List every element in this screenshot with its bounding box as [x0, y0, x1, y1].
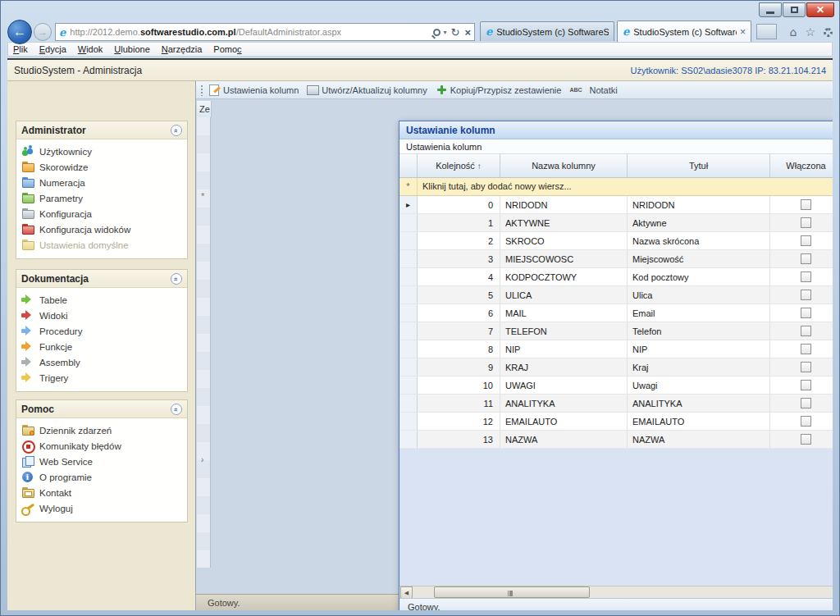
collapse-chevron-icon[interactable]: » [171, 404, 182, 415]
cell-column-name: KODPOCZTOWY [500, 268, 628, 285]
close-window-button[interactable]: ✕ [806, 2, 834, 17]
favorites-star-icon[interactable]: ☆ [805, 25, 815, 39]
sidebar-section-header[interactable]: Pomoc» [16, 400, 187, 418]
sidebar-item-trigery[interactable]: Trigery [21, 370, 184, 386]
grid-new-row[interactable]: * Kliknij tutaj, aby dodać nowy wiersz..… [399, 178, 833, 196]
browser-tab-active[interactable]: e StudioSystem (c) Software... × [617, 21, 751, 42]
enabled-checkbox[interactable] [801, 199, 811, 210]
table-row[interactable]: 13NAZWANAZWA [399, 431, 833, 449]
refresh-icon[interactable]: ↻ [451, 26, 460, 39]
tab-close-icon[interactable]: × [740, 26, 746, 38]
enabled-checkbox[interactable] [801, 344, 811, 354]
table-row[interactable]: 4KODPOCZTOWYKod pocztowy [399, 268, 833, 286]
table-row[interactable]: 2SKROCONazwa skrócona [399, 232, 833, 250]
enabled-checkbox[interactable] [801, 398, 811, 408]
column-header-indicator[interactable] [399, 154, 418, 178]
sidebar-item-ustawienia-domyślne[interactable]: Ustawienia domyślne [21, 237, 184, 253]
horizontal-scrollbar[interactable]: ◀ ▶ [399, 586, 833, 598]
chevron-down-icon[interactable]: ▾ [443, 29, 446, 36]
sidebar-item-tabele[interactable]: Tabele [21, 292, 184, 308]
table-row[interactable]: 6MAILEmail [399, 304, 833, 322]
cell-enabled [770, 340, 833, 358]
enabled-checkbox[interactable] [801, 380, 811, 390]
columns-grid: Kolejność↑Nazwa kolumnyTytułWłączonaWido… [399, 154, 833, 598]
table-row[interactable]: 5ULICAUlica [399, 286, 833, 304]
horizontal-scroll-thumb[interactable] [434, 586, 590, 598]
table-row[interactable]: ▸0NRIDODNNRIDODN [399, 196, 833, 214]
sidebar-item-procedury[interactable]: Procedury [21, 323, 184, 339]
column-header-kolejność[interactable]: Kolejność↑ [418, 154, 500, 178]
toolbar-grip[interactable] [200, 84, 203, 96]
sidebar-item-konfiguracja-widoków[interactable]: Konfiguracja widoków [21, 221, 184, 237]
sidebar-item-funkcje[interactable]: Funkcje [21, 339, 184, 354]
sidebar-item-o-programie[interactable]: O programie [21, 469, 184, 485]
back-button[interactable]: ← [7, 20, 32, 44]
table-row[interactable]: 7TELEFONTelefon [399, 322, 833, 340]
enabled-checkbox[interactable] [801, 362, 811, 372]
sidebar-item-kontakt[interactable]: Kontakt [21, 485, 184, 500]
menu-item-edycja[interactable]: Edycja [39, 44, 66, 54]
enabled-checkbox[interactable] [801, 271, 811, 282]
table-row[interactable]: 1AKTYWNEAktywne [399, 214, 833, 232]
address-bar[interactable]: e http://2012.demo.softwarestudio.com.pl… [55, 23, 475, 41]
collapse-chevron-icon[interactable]: » [171, 125, 182, 136]
sidebar-section-header[interactable]: Administrator» [16, 121, 187, 139]
sidebar-item-label: Użytkownicy [39, 147, 92, 157]
enabled-checkbox[interactable] [801, 253, 811, 264]
enabled-checkbox[interactable] [801, 416, 811, 427]
table-row[interactable]: 12EMAILAUTOEMAILAUTO [399, 413, 833, 431]
sidebar-item-numeracja[interactable]: Numeracja [21, 175, 184, 190]
new-row-marker: * [399, 178, 418, 195]
menu-item-plik[interactable]: Plik [13, 44, 28, 54]
enabled-checkbox[interactable] [801, 326, 811, 336]
table-row[interactable]: 9KRAJKraj [399, 358, 833, 376]
menu-item-narzędzia[interactable]: Narzędzia [162, 44, 203, 54]
toolbar-item-notatki[interactable]: ABCNotatki [569, 84, 617, 95]
new-tab-button[interactable] [756, 24, 777, 39]
sidebar-item-assembly[interactable]: Assembly [21, 354, 184, 370]
search-icon[interactable] [433, 29, 441, 36]
sidebar-item-użytkownicy[interactable]: Użytkownicy [21, 144, 184, 159]
sidebar-item-wyloguj[interactable]: Wyloguj [21, 500, 184, 516]
stop-icon[interactable]: × [464, 26, 471, 39]
sidebar-item-widoki[interactable]: Widoki [21, 308, 184, 323]
sidebar-item-konfiguracja[interactable]: Konfiguracja [21, 206, 184, 221]
toolbar-item-utw-rz-aktualizuj-kolumny[interactable]: Utwórz/Aktualizuj kolumny [307, 84, 427, 95]
menu-item-pomoc[interactable]: Pomoc [213, 44, 241, 54]
scroll-left-icon[interactable]: ◀ [400, 586, 413, 598]
table-row[interactable]: 11ANALITYKAANALITYKA [399, 395, 833, 413]
envelope-glyph [25, 491, 32, 496]
enabled-checkbox[interactable] [801, 290, 811, 300]
toolbar-item-ustawienia-kolumn[interactable]: Ustawienia kolumn [208, 84, 299, 95]
splitter-arrow-icon[interactable]: › [201, 455, 203, 464]
browser-tab-inactive[interactable]: e StudioSystem (c) SoftwareStu... [480, 21, 614, 41]
sidebar-item-komunikaty-błędów[interactable]: Komunikaty błędów [21, 438, 184, 454]
column-header-tytuł[interactable]: Tytuł [628, 154, 770, 178]
table-row[interactable]: 10UWAGIUwagi [399, 376, 833, 395]
column-header-włączona[interactable]: Włączona [770, 154, 833, 178]
copy-assign-icon [436, 84, 447, 95]
sidebar-item-dziennik-zdarzeń[interactable]: Dziennik zdarzeń [21, 422, 184, 438]
collapse-chevron-icon[interactable]: » [171, 273, 182, 285]
sidebar-section-header[interactable]: Dokumentacja» [16, 270, 187, 288]
sidebar-item-parametry[interactable]: Parametry [21, 190, 184, 206]
table-row[interactable]: 3MIEJSCOWOSCMiejscowość [399, 250, 833, 268]
home-icon[interactable]: ⌂ [790, 25, 797, 39]
maximize-button[interactable] [783, 2, 806, 17]
cell-order: 9 [418, 358, 500, 376]
forward-button[interactable]: → [34, 23, 52, 41]
menu-item-widok[interactable]: Widok [78, 44, 103, 54]
enabled-checkbox[interactable] [801, 217, 811, 228]
menu-item-ulubione[interactable]: Ulubione [114, 44, 149, 54]
cell-enabled [770, 413, 833, 430]
table-row[interactable]: 8NIPNIP [399, 340, 833, 358]
toolbar-item-kopiuj-przypisz-zestawienie[interactable]: Kopiuj/Przypisz zestawienie [436, 84, 562, 95]
column-header-nazwa-kolumny[interactable]: Nazwa kolumny [500, 154, 628, 178]
tools-gear-icon[interactable] [824, 28, 833, 37]
sidebar-item-web-service[interactable]: Web Service [21, 454, 184, 469]
sidebar-item-skorowidze[interactable]: Skorowidze [21, 159, 184, 175]
enabled-checkbox[interactable] [801, 308, 811, 318]
enabled-checkbox[interactable] [801, 235, 811, 246]
enabled-checkbox[interactable] [801, 434, 811, 445]
minimize-button[interactable] [759, 2, 782, 17]
